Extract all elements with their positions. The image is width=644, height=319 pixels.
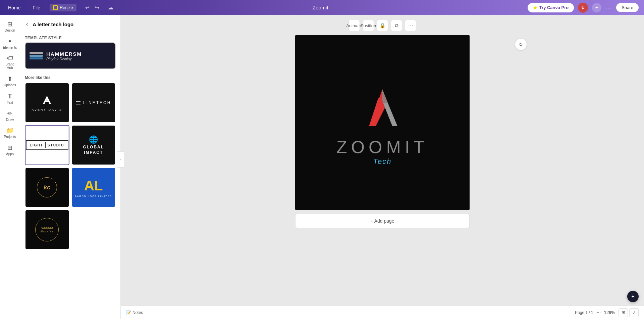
more-options-icon[interactable]: ⋯: [605, 4, 612, 11]
gi-text2: IMPACT: [84, 150, 103, 155]
sidebar-item-apps[interactable]: ⊞ Apps: [1, 141, 19, 158]
sidebar-item-text[interactable]: T Text: [1, 90, 19, 107]
logo-a-graphic: [349, 79, 416, 134]
back-button[interactable]: ‹: [25, 20, 29, 29]
duplicate-button[interactable]: ⧉: [391, 20, 402, 31]
sidebar-label-brand-hub: Brand Hub: [2, 62, 18, 70]
al-preview: AL AARON LOEB LIMITED: [72, 168, 115, 207]
more-icon: ⋯: [408, 22, 413, 29]
template-card-global-impact[interactable]: 🌐 GLOBAL IMPACT: [71, 125, 116, 165]
template-card-al-limited[interactable]: AL AARON LOEB LIMITED: [71, 167, 116, 208]
template-small-text: Playfair Display: [46, 57, 82, 61]
more-options-button[interactable]: ⋯: [405, 20, 416, 31]
lock-icon: 🔒: [379, 22, 386, 29]
grid-view-button[interactable]: ⊞: [619, 308, 628, 317]
avery-davis-preview: AVERY DAVIS: [25, 83, 69, 122]
ai-assistant-button[interactable]: ✦: [627, 291, 639, 302]
line-1: [76, 101, 80, 102]
animate-button[interactable]: Animate: [348, 20, 360, 31]
bottom-right: Page 1 / 1 ⋯ 129% ⊞ ⤢: [575, 308, 639, 317]
brand-hub-icon: 🏷: [7, 55, 13, 62]
sidebar-item-uploads[interactable]: ⬆ Uploads: [1, 73, 19, 90]
template-preview-text: HAMMERSM Playfair Display: [46, 51, 82, 61]
sidebar-item-projects[interactable]: 📁 Projects: [1, 124, 19, 141]
home-button[interactable]: Home: [5, 4, 23, 12]
sidebar-label-text: Text: [7, 101, 13, 104]
panel-title: A letter tech logo: [33, 21, 73, 27]
canvas-background[interactable]: ZOOMIT Tech: [295, 35, 470, 210]
star-icon: ★: [533, 5, 537, 10]
undo-button[interactable]: ↩: [83, 3, 92, 12]
animate-label: Animate: [346, 23, 362, 28]
globalimpact-preview: 🌐 GLOBAL IMPACT: [72, 126, 115, 165]
sidebar-label-draw: Draw: [6, 118, 14, 122]
hide-panel-button[interactable]: ‹: [117, 151, 125, 168]
text-icon: T: [8, 92, 12, 100]
template-style-label: Template style: [20, 32, 120, 42]
avery-name: AVERY DAVIS: [32, 108, 62, 111]
sidebar-label-projects: Projects: [4, 135, 16, 139]
color-bar-3: [30, 57, 43, 59]
fullscreen-button[interactable]: ⤢: [629, 308, 639, 317]
position-button[interactable]: Position: [363, 20, 374, 31]
canvas-wrapper: ZOOMIT Tech: [295, 35, 470, 210]
elements-icon: ✦: [7, 38, 12, 45]
template-card-hannah[interactable]: Hannah Morales: [25, 210, 69, 250]
sidebar-label-apps: Apps: [6, 152, 14, 156]
add-page-label: + Add page: [370, 218, 394, 224]
svg-marker-2: [383, 103, 397, 126]
sidebar-item-design[interactable]: ⊞ Design: [1, 18, 19, 35]
cloud-save-icon[interactable]: ☁: [108, 4, 113, 11]
refresh-icon: ↻: [519, 42, 523, 47]
gi-globe-icon: 🌐: [89, 135, 98, 144]
nav-left: Home File Resize ↩ ↪ ☁: [5, 3, 113, 12]
hannah-preview: Hannah Morales: [25, 210, 69, 249]
hannah-text-2: Morales: [41, 230, 54, 233]
try-canva-button[interactable]: ★ Try Canva Pro: [528, 3, 574, 12]
page-dots-icon: ⋯: [597, 310, 601, 315]
notes-button[interactable]: 📝 Notes: [126, 310, 143, 315]
linetech-text: LINETECH: [83, 100, 111, 105]
panel-header: ‹ A letter tech logo: [20, 15, 120, 32]
add-collaborator-button[interactable]: +: [592, 3, 601, 12]
line-2: [76, 103, 79, 103]
lightstudio-preview: LIGHT STUDIO: [25, 126, 69, 165]
notes-label: Notes: [132, 310, 143, 315]
resize-button[interactable]: Resize: [50, 4, 76, 11]
kc-circle: kc: [37, 177, 57, 197]
side-panel: ‹ A letter tech logo Template style HAMM…: [20, 15, 121, 319]
sidebar-item-elements[interactable]: ✦ Elements: [1, 35, 19, 52]
top-navigation: Home File Resize ↩ ↪ ☁ Zoomit ★ Try Canv…: [0, 0, 644, 15]
template-card-kc-circle[interactable]: kc: [25, 167, 69, 208]
template-card-light-studio[interactable]: LIGHT STUDIO: [25, 125, 69, 165]
refresh-button[interactable]: ↻: [515, 39, 527, 50]
user-avatar[interactable]: U: [578, 3, 588, 13]
lock-button[interactable]: 🔒: [377, 20, 388, 31]
share-button[interactable]: Share: [616, 3, 639, 12]
sidebar-label-design: Design: [5, 29, 15, 32]
view-buttons: ⊞ ⤢: [619, 308, 639, 317]
file-button[interactable]: File: [30, 4, 43, 12]
kc-preview: kc: [25, 168, 69, 207]
try-canva-label: Try Canva Pro: [539, 5, 569, 10]
bottom-bar: 📝 Notes Page 1 / 1 ⋯ 129% ⊞ ⤢: [121, 306, 644, 319]
sidebar-item-brand-hub[interactable]: 🏷 Brand Hub: [1, 52, 19, 73]
color-bar-2: [30, 55, 43, 57]
line-3: [76, 104, 80, 104]
add-page-button[interactable]: + Add page: [295, 214, 470, 228]
logo-main-text: ZOOMIT: [336, 137, 428, 157]
template-card-linetech[interactable]: LINETECH: [71, 83, 116, 123]
template-card-avery-davis[interactable]: AVERY DAVIS: [25, 83, 69, 123]
nav-right: ★ Try Canva Pro U + ⋯ Share: [528, 3, 639, 13]
projects-icon: 📁: [6, 127, 14, 134]
resize-label: Resize: [60, 5, 73, 10]
redo-button[interactable]: ↪: [93, 3, 101, 12]
sidebar-item-draw[interactable]: ✏ Draw: [1, 107, 19, 124]
ls-studio-text: STUDIO: [48, 143, 64, 147]
hide-panel-icon: ‹: [120, 157, 121, 162]
template-big-text: HAMMERSM: [46, 51, 82, 57]
zoom-level[interactable]: 129%: [604, 310, 615, 315]
logo-sub-text: Tech: [373, 157, 392, 166]
template-preview-card[interactable]: HAMMERSM Playfair Display: [25, 42, 116, 69]
linetech-preview: LINETECH: [72, 83, 115, 122]
